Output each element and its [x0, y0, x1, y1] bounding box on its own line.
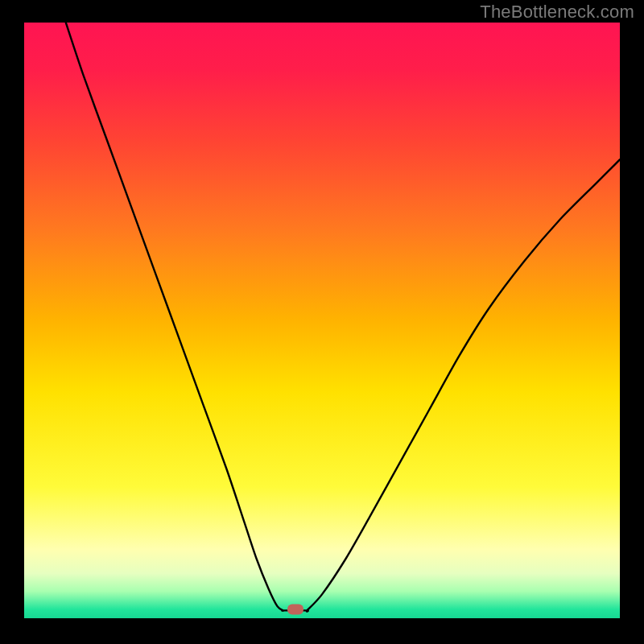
bottleneck-curve — [24, 23, 620, 618]
watermark-text: TheBottleneck.com — [480, 2, 634, 23]
chart-frame: TheBottleneck.com — [0, 0, 644, 644]
plot-area — [24, 23, 620, 618]
optimal-point-marker — [287, 604, 303, 614]
